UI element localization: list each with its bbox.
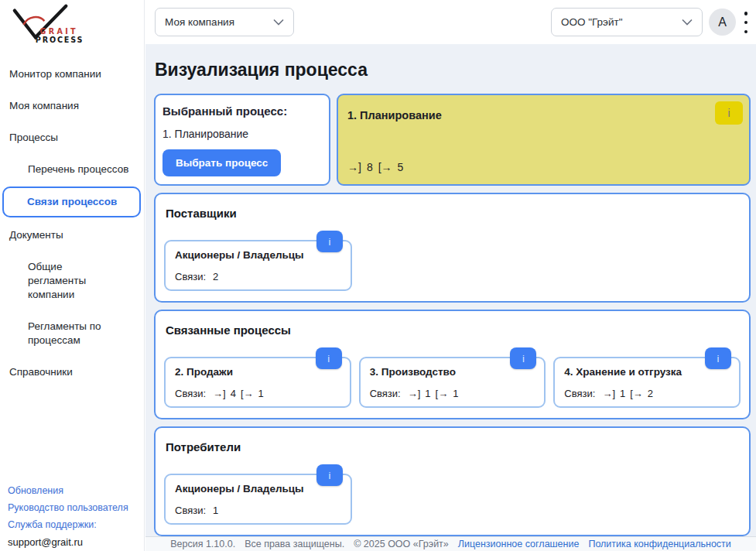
organization-select[interactable]: ООО "Грэйт" (551, 8, 703, 36)
info-button[interactable]: i (705, 347, 731, 369)
updates-link[interactable]: Обновления (8, 485, 128, 496)
selected-process-panel: Выбранный процесс: 1. Планирование Выбра… (154, 94, 330, 186)
sidebar-item-process-regulations[interactable]: Регламенты по процессам (9, 320, 118, 347)
links-label: Связи: (175, 388, 206, 399)
choose-process-button[interactable]: Выбрать процесс (162, 149, 281, 176)
footer: Версия 1.10.0. Все права защищены. © 202… (145, 536, 756, 551)
incoming-links-count: 4 (231, 388, 236, 399)
links-total: 1 (213, 505, 218, 516)
chevron-down-icon (273, 19, 284, 26)
privacy-policy-link[interactable]: Политика конфиденциальности (588, 539, 730, 549)
incoming-links-count: 1 (620, 388, 625, 399)
selected-process-row: Выбранный процесс: 1. Планирование Выбра… (154, 94, 751, 186)
card-title: Акционеры / Владельцы (175, 483, 341, 495)
outgoing-links-count: 1 (258, 388, 264, 399)
sidebar-item-company-monitor[interactable]: Монитор компании (9, 67, 136, 81)
sidebar-nav: Монитор компании Моя компания Процессы П… (0, 44, 144, 379)
consumer-card[interactable]: i Акционеры / Владельцы Связи:1 (164, 474, 352, 525)
card-title: 3. Производство (370, 366, 535, 378)
sidebar-item-directories[interactable]: Справочники (9, 365, 136, 379)
copyright-text: © 2025 ООО «Грэйт» (354, 539, 449, 549)
supplier-card[interactable]: i Акционеры / Владельцы Связи:2 (164, 240, 352, 291)
incoming-links-icon: →] (408, 388, 421, 399)
incoming-links-icon: →] (602, 388, 615, 399)
links-count-line: Связи:→]1[→2 (564, 388, 658, 399)
support-link[interactable]: Служба поддержки: (8, 519, 128, 530)
card-title: Акционеры / Владельцы (175, 249, 341, 261)
links-label: Связи: (175, 271, 206, 282)
links-count-line: Связи:2 (175, 271, 223, 282)
links-count-line: Связи:→]4[→1 (175, 388, 269, 399)
selected-process-value: 1. Планирование (162, 128, 323, 140)
sidebar-item-my-company[interactable]: Моя компания (9, 99, 136, 113)
section-title: Поставщики (166, 207, 741, 220)
links-label: Связи: (175, 505, 206, 516)
outgoing-links-icon: [→ (630, 388, 643, 399)
version-text: Версия 1.10.0. (170, 539, 235, 549)
organization-select-value: ООО "Грэйт" (561, 16, 623, 28)
selected-process-label: Выбранный процесс: (162, 104, 323, 118)
info-button[interactable]: i (510, 347, 536, 369)
links-count-line: →]8[→5 (347, 161, 740, 173)
info-button[interactable]: i (715, 101, 743, 125)
company-select-value: Моя компания (165, 16, 234, 28)
sidebar-item-processes[interactable]: Процессы (9, 131, 136, 145)
suppliers-section: Поставщики i Акционеры / Владельцы Связи… (154, 193, 751, 303)
sidebar-item-documents[interactable]: Документы (9, 228, 136, 242)
sidebar-item-process-list[interactable]: Перечень процессов (9, 163, 136, 176)
chevron-down-icon (682, 19, 693, 26)
consumers-section: Потребители i Акционеры / Владельцы Связ… (154, 426, 751, 536)
process-card[interactable]: i 2. Продажи Связи:→]4[→1 (164, 357, 351, 408)
info-button[interactable]: i (316, 347, 342, 369)
topbar: Моя компания ООО "Грэйт" A (145, 0, 756, 44)
section-title: Потребители (166, 440, 741, 453)
rights-text: Все права защищены. (245, 539, 344, 549)
outgoing-links-count: 1 (453, 388, 458, 399)
brand-name-bottom: PROCESS (36, 36, 84, 43)
card-title: 4. Хранение и отгрузка (564, 366, 730, 378)
outgoing-links-count: 2 (648, 388, 653, 399)
focus-process-card[interactable]: i 1. Планирование →]8[→5 (337, 94, 751, 186)
process-card[interactable]: i 4. Хранение и отгрузка Связи:→]1[→2 (553, 357, 741, 408)
outgoing-links-count: 5 (398, 161, 404, 173)
incoming-links-count: 1 (425, 388, 430, 399)
incoming-links-count: 8 (367, 161, 373, 173)
kebab-menu-icon[interactable] (741, 10, 751, 35)
sidebar: GRAIT PROCESS Монитор компании Моя компа… (0, 0, 145, 551)
related-processes-section: Связанные процессы i 2. Продажи Связи:→]… (154, 310, 751, 419)
sidebar-footer: Обновления Руководство пользователя Служ… (8, 485, 128, 548)
company-select[interactable]: Моя компания (155, 8, 294, 36)
card-title: 2. Продажи (175, 366, 340, 378)
links-total: 2 (213, 271, 218, 282)
incoming-links-icon: →] (347, 161, 361, 173)
user-guide-link[interactable]: Руководство пользователя (8, 502, 128, 513)
sidebar-item-general-regulations[interactable]: Общие регламенты компании (9, 260, 118, 302)
links-label: Связи: (564, 388, 595, 399)
sidebar-item-process-links[interactable]: Связи процессов (2, 187, 141, 217)
info-button[interactable]: i (316, 464, 343, 486)
links-label: Связи: (370, 388, 401, 399)
avatar[interactable]: A (709, 9, 736, 36)
outgoing-links-icon: [→ (378, 161, 392, 173)
brand-logo: GRAIT PROCESS (0, 0, 144, 44)
links-count-line: Связи:1 (175, 505, 223, 516)
process-card[interactable]: i 3. Производство Связи:→]1[→1 (359, 357, 546, 408)
outgoing-links-icon: [→ (436, 388, 449, 399)
checkmark-logo-icon: GRAIT PROCESS (6, 2, 97, 43)
outgoing-links-icon: [→ (241, 388, 254, 399)
info-button[interactable]: i (316, 231, 343, 252)
support-email: support@grait.ru (8, 536, 128, 548)
incoming-links-icon: →] (213, 388, 226, 399)
main-content: Визуализация процесса Выбранный процесс:… (145, 44, 756, 551)
focus-process-title: 1. Планирование (347, 109, 740, 121)
page-title: Визуализация процесса (155, 60, 751, 80)
section-title: Связанные процессы (166, 323, 741, 337)
license-agreement-link[interactable]: Лицензионное соглашение (458, 539, 580, 549)
links-count-line: Связи:→]1[→1 (370, 388, 464, 399)
